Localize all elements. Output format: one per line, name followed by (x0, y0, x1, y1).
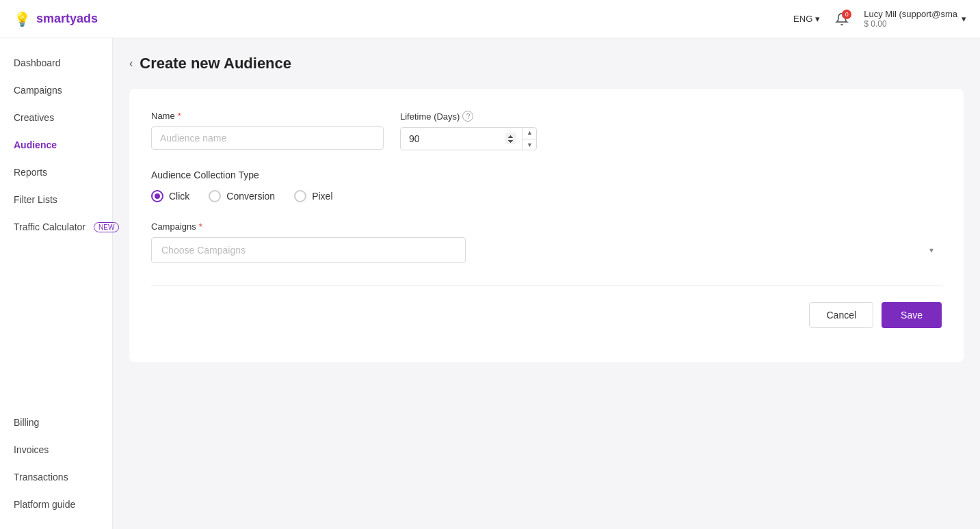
sidebar-label-audience: Audience (14, 139, 57, 150)
user-balance: $ 0.00 (864, 19, 957, 29)
user-name: Lucy Mil (support@sma (864, 9, 957, 19)
campaigns-required-star: * (199, 221, 202, 232)
cancel-button[interactable]: Cancel (809, 302, 873, 328)
header-right: ENG ▾ 0 Lucy Mil (support@sma $ 0.00 ▾ (793, 8, 966, 30)
campaigns-label: Campaigns * (151, 221, 942, 232)
platform-guide-label: Platform guide (14, 499, 75, 510)
collection-type-label: Audience Collection Type (151, 169, 942, 180)
sidebar: Dashboard Campaigns Creatives Audience R… (0, 38, 113, 529)
sidebar-label-reports: Reports (14, 167, 47, 178)
logo: 💡 smartyads (14, 11, 98, 27)
radio-pixel[interactable]: Pixel (294, 190, 332, 202)
logo-icon: 💡 (14, 11, 31, 27)
spin-up-button[interactable]: ▲ (522, 127, 537, 139)
sidebar-label-creatives: Creatives (14, 112, 54, 123)
sidebar-item-audience[interactable]: Audience (0, 131, 112, 159)
campaigns-select[interactable]: Choose Campaigns (151, 237, 466, 263)
radio-click-label: Click (169, 191, 189, 202)
name-lifetime-row: Name * Lifetime (Days) ? ▲ ▼ (151, 111, 942, 150)
page-header: ‹ Create new Audience (129, 55, 964, 72)
form-footer: Cancel Save (151, 285, 942, 328)
radio-conversion-input[interactable] (209, 190, 221, 202)
sidebar-platform-guide[interactable]: Platform guide (0, 491, 112, 518)
page-title: Create new Audience (140, 55, 291, 72)
save-button[interactable]: Save (882, 302, 942, 328)
lifetime-help-icon: ? (462, 111, 473, 122)
sidebar-item-reports[interactable]: Reports (0, 159, 112, 186)
chevron-down-icon: ▾ (929, 245, 933, 255)
sidebar-label-filter-lists: Filter Lists (14, 194, 57, 205)
notification-badge: 0 (842, 10, 851, 19)
form-card: Name * Lifetime (Days) ? ▲ ▼ (129, 89, 964, 362)
sidebar-label-billing: Billing (14, 417, 39, 428)
sidebar-label-traffic-calculator: Traffic Calculator (14, 221, 85, 232)
logo-text: smartyads (36, 12, 98, 26)
name-input[interactable] (151, 126, 384, 150)
sidebar-item-creatives[interactable]: Creatives (0, 104, 112, 131)
notification-button[interactable]: 0 (831, 8, 853, 30)
radio-conversion-label: Conversion (226, 191, 275, 202)
sidebar-item-invoices[interactable]: Invoices (0, 436, 112, 463)
sidebar-item-campaigns[interactable]: Campaigns (0, 77, 112, 104)
lifetime-label: Lifetime (Days) ? (400, 111, 537, 122)
sidebar-item-billing[interactable]: Billing (0, 409, 112, 436)
radio-pixel-label: Pixel (312, 191, 332, 202)
sidebar-label-transactions: Transactions (14, 472, 68, 483)
sidebar-item-dashboard[interactable]: Dashboard (0, 49, 112, 77)
sidebar-item-traffic-calculator[interactable]: Traffic Calculator NEW (0, 213, 112, 241)
radio-click-input[interactable] (151, 190, 163, 202)
name-field-group: Name * (151, 111, 384, 150)
sidebar-item-filter-lists[interactable]: Filter Lists (0, 186, 112, 213)
user-chevron-icon: ▾ (962, 14, 966, 24)
radio-conversion[interactable]: Conversion (209, 190, 275, 202)
lang-chevron-icon: ▾ (815, 14, 820, 24)
radio-group: Click Conversion Pixel (151, 190, 942, 202)
back-button[interactable]: ‹ (129, 57, 133, 70)
name-required-star: * (178, 111, 181, 121)
sidebar-label-invoices: Invoices (14, 444, 49, 455)
spin-down-button[interactable]: ▼ (522, 139, 537, 151)
sidebar-label-dashboard: Dashboard (14, 57, 61, 68)
layout: Dashboard Campaigns Creatives Audience R… (0, 38, 980, 529)
name-label: Name * (151, 111, 384, 121)
sidebar-item-transactions[interactable]: Transactions (0, 463, 112, 491)
lifetime-input-wrapper: ▲ ▼ (400, 127, 537, 150)
lang-selector[interactable]: ENG ▾ (793, 14, 820, 24)
lifetime-input[interactable] (400, 127, 537, 150)
radio-pixel-input[interactable] (294, 190, 306, 202)
radio-click[interactable]: Click (151, 190, 189, 202)
main-content: ‹ Create new Audience Name * Lifetime (D… (113, 38, 980, 529)
spin-buttons: ▲ ▼ (522, 127, 537, 150)
lifetime-field-group: Lifetime (Days) ? ▲ ▼ (400, 111, 537, 150)
header: 💡 smartyads ENG ▾ 0 Lucy Mil (support@sm… (0, 0, 980, 38)
lang-label: ENG (793, 14, 812, 24)
campaigns-select-wrapper: Choose Campaigns ▾ (151, 237, 942, 263)
campaigns-section: Campaigns * Choose Campaigns ▾ (151, 221, 942, 263)
sidebar-label-campaigns: Campaigns (14, 85, 62, 96)
user-menu[interactable]: Lucy Mil (support@sma $ 0.00 ▾ (864, 9, 966, 29)
